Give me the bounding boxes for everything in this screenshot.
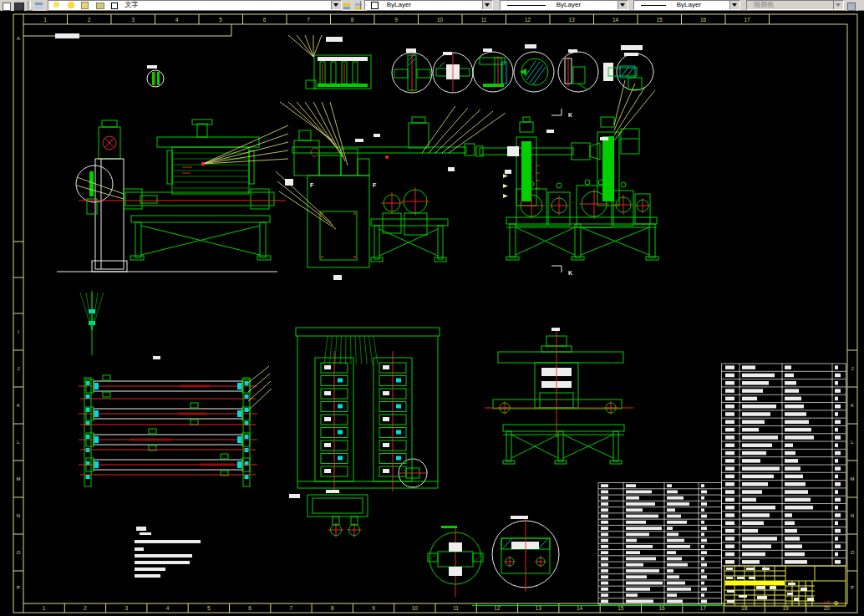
svg-text:10: 10 <box>412 605 419 611</box>
svg-text:12: 12 <box>494 605 501 611</box>
svg-text:5: 5 <box>207 605 211 611</box>
svg-text:P: P <box>851 585 854 590</box>
svg-text:K: K <box>851 403 854 408</box>
svg-text:1: 1 <box>43 17 47 23</box>
svg-text:17: 17 <box>700 605 707 611</box>
svg-text:13: 13 <box>568 17 575 23</box>
view-center-machine <box>292 117 475 267</box>
svg-text:6: 6 <box>263 17 267 23</box>
layers-properties-toolbar: 文字 ByLayer ByLayer ByLayer 随颜色 <box>0 0 864 11</box>
svg-text:9: 9 <box>394 17 398 23</box>
svg-text:11: 11 <box>481 17 487 23</box>
svg-text:L: L <box>17 440 20 445</box>
color-swatch-icon <box>111 3 118 9</box>
svg-text:17: 17 <box>744 17 750 23</box>
view-top-details <box>147 52 653 94</box>
svg-text:K: K <box>17 403 20 408</box>
svg-text:14: 14 <box>612 17 619 23</box>
linetype-combo[interactable]: ByLayer <box>500 0 628 10</box>
detail-circle-right <box>492 518 559 592</box>
drawing-canvas[interactable]: 1234567891011121314151617123456789101112… <box>0 10 864 616</box>
svg-text:N: N <box>17 513 20 518</box>
svg-text:O: O <box>851 550 855 555</box>
svg-text:7: 7 <box>307 17 310 23</box>
linetype-value: ByLayer <box>557 1 581 8</box>
layers-stack-icon[interactable] <box>33 1 47 11</box>
lineweight-value: ByLayer <box>677 1 701 8</box>
svg-text:8: 8 <box>331 605 334 611</box>
layer-states-icon[interactable] <box>13 1 26 11</box>
svg-text:⊕: ⊕ <box>833 599 839 607</box>
lineweight-combo-arrow[interactable] <box>729 1 739 9</box>
plotstyle-value: 随颜色 <box>754 1 774 8</box>
svg-text:9: 9 <box>372 605 375 611</box>
svg-text:12: 12 <box>525 17 531 23</box>
view-center-bottom-assembly <box>296 328 440 537</box>
svg-text:K: K <box>568 112 572 118</box>
toolbar-edge-icon <box>846 1 857 11</box>
linetype-combo-arrow[interactable] <box>618 1 628 9</box>
lineweight-combo[interactable]: ByLayer <box>633 0 740 10</box>
color-combo[interactable]: ByLayer <box>364 0 493 10</box>
svg-text:8: 8 <box>351 17 354 23</box>
svg-text:14: 14 <box>577 605 583 611</box>
svg-text:5: 5 <box>219 17 222 23</box>
svg-text:F: F <box>310 182 314 188</box>
plotstyle-combo-arrow <box>833 1 843 9</box>
svg-text:16: 16 <box>700 17 707 23</box>
svg-text:2: 2 <box>88 17 91 23</box>
svg-text:N: N <box>851 513 854 518</box>
svg-text:K: K <box>568 270 572 276</box>
small-labels <box>55 33 643 519</box>
cad-drawing: 1234567891011121314151617123456789101112… <box>0 10 864 616</box>
plot-icon <box>96 3 104 9</box>
svg-text:O: O <box>17 550 21 555</box>
lineweight-sample-icon <box>641 5 666 6</box>
bulb-on-icon <box>53 2 59 8</box>
svg-text:4: 4 <box>175 17 179 23</box>
svg-text:16: 16 <box>658 605 665 611</box>
svg-text:I: I <box>18 329 19 334</box>
svg-text:A: A <box>17 36 20 41</box>
layer-combo-arrow[interactable] <box>331 1 341 9</box>
bylayer-color-swatch-icon <box>371 2 379 9</box>
svg-text:15: 15 <box>656 17 663 23</box>
color-value: ByLayer <box>387 1 411 8</box>
svg-text:3: 3 <box>131 17 135 23</box>
toolbar-separator <box>28 1 31 9</box>
svg-text:F: F <box>373 182 377 188</box>
svg-text:≤3: ≤3 <box>824 600 830 605</box>
svg-text:3: 3 <box>125 605 128 611</box>
svg-text:10: 10 <box>437 17 444 23</box>
lock-icon <box>81 2 89 9</box>
svg-text:J: J <box>851 366 854 371</box>
layer-manager-icon[interactable] <box>1 1 13 11</box>
svg-text:2: 2 <box>84 605 87 611</box>
view-right-bottom <box>485 331 633 464</box>
color-combo-arrow[interactable] <box>482 1 492 9</box>
svg-text:6: 6 <box>248 605 252 611</box>
detail-circle-left <box>428 526 483 597</box>
parts-list-tables <box>598 364 846 604</box>
svg-text:L: L <box>851 440 854 445</box>
linetype-sample-icon <box>507 5 546 6</box>
svg-text:P: P <box>17 585 20 590</box>
view-roller-plan <box>79 375 257 486</box>
toolbar-separator <box>360 1 363 9</box>
svg-text:M: M <box>851 476 855 481</box>
section-letters: FFKK <box>310 112 572 276</box>
current-layer-name: 文字 <box>125 1 139 8</box>
svg-text:4: 4 <box>166 605 170 611</box>
svg-text:7: 7 <box>290 605 293 611</box>
svg-text:1: 1 <box>43 605 46 611</box>
make-layer-current-icon[interactable] <box>342 1 354 11</box>
freeze-sun-icon <box>68 2 74 8</box>
svg-text:M: M <box>17 476 21 481</box>
title-block: ≤3⊕ <box>724 566 846 607</box>
technical-notes <box>135 527 201 578</box>
plotstyle-combo: 随颜色 <box>746 0 844 10</box>
svg-text:11: 11 <box>453 605 459 611</box>
layer-combo[interactable]: 文字 <box>48 0 342 10</box>
view-right-machine <box>476 109 658 272</box>
svg-text:J: J <box>18 366 20 371</box>
